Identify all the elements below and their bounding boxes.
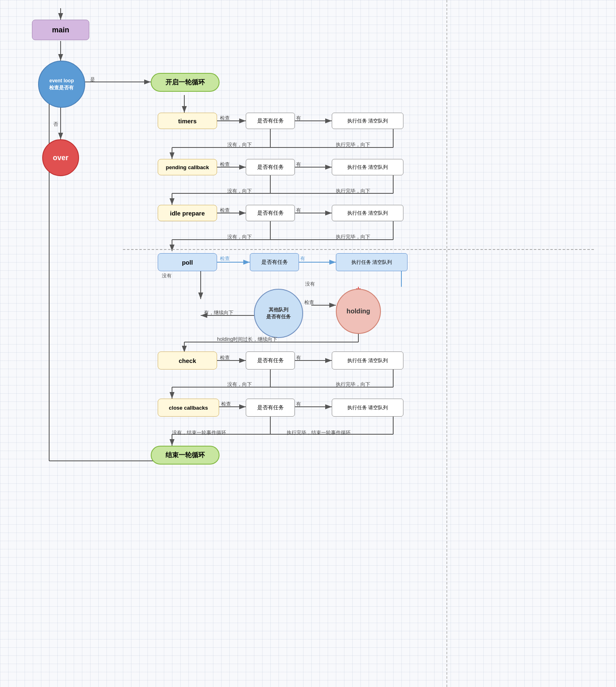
- timers-label: timers: [178, 118, 197, 125]
- timers-check-label: 检查: [220, 115, 230, 122]
- has-timers-label: 有: [296, 115, 301, 122]
- poll-node: poll: [158, 253, 217, 271]
- separator-line: [123, 249, 594, 250]
- poll-label: poll: [182, 259, 193, 266]
- idle-prepare-label: idle prepare: [170, 210, 205, 217]
- has-pending-label: 有: [296, 161, 301, 168]
- exec-timers-label: 执行任务 清空队列: [347, 118, 388, 125]
- exec-pending-label: 执行任务 清空队列: [347, 164, 388, 171]
- exec-done-down-4: 执行完毕，向下: [336, 381, 370, 388]
- no-task-down-1: 没有，向下: [227, 141, 252, 148]
- exec-close-node: 执行任务 请空队列: [332, 399, 403, 417]
- has-idle-label: 有: [296, 207, 301, 214]
- pending-check-label: 检查: [220, 161, 230, 168]
- other-check-label: 检查: [304, 299, 314, 306]
- check-check-label: 检查: [220, 354, 230, 361]
- check-idle-label: 是否有任务: [257, 209, 284, 217]
- no-end-label: 没有，结束一轮事件循环: [172, 429, 226, 436]
- right-dashed-line: [446, 0, 447, 687]
- end-loop-label: 结束一轮循环: [165, 451, 205, 460]
- check-close-node: 是否有任务: [246, 399, 295, 417]
- check-timers-label: 是否有任务: [257, 117, 284, 125]
- other-queues-label: 其他队列是否有任务: [266, 306, 291, 320]
- main-node: main: [32, 20, 89, 40]
- pending-callback-node: pending callback: [158, 159, 217, 175]
- has-check-label: 有: [296, 354, 301, 361]
- check-check-label: 是否有任务: [257, 357, 284, 364]
- other-queues-node: 其他队列是否有任务: [254, 289, 303, 338]
- close-callbacks-label: close callbacks: [169, 405, 208, 411]
- no-task-down-2: 没有，向下: [227, 188, 252, 195]
- exec-idle-label: 执行任务 清空队列: [347, 210, 388, 217]
- has-poll-label: 有: [300, 255, 305, 262]
- poll-check-label: 检查: [220, 255, 230, 262]
- close-check-label: 检查: [221, 401, 231, 408]
- check-poll-label: 是否有任务: [261, 258, 288, 266]
- timers-node: timers: [158, 113, 217, 129]
- check-node: check: [158, 351, 217, 370]
- check-timers-node: 是否有任务: [246, 113, 295, 129]
- yes-label: 是: [90, 76, 95, 83]
- exec-done-down-2: 执行完毕，向下: [336, 188, 370, 195]
- start-loop-node: 开启一轮循环: [151, 73, 220, 92]
- holding-label: holding: [346, 308, 370, 315]
- holding-node: holding: [336, 289, 381, 334]
- exec-check-node: 执行任务 清空队列: [332, 351, 403, 370]
- has-close-label: 有: [296, 401, 301, 408]
- no-label: 否: [53, 121, 58, 128]
- exec-close-label: 执行任务 请空队列: [347, 404, 388, 411]
- exec-done-down-3: 执行完毕，向下: [336, 234, 370, 240]
- idle-prepare-node: idle prepare: [158, 205, 217, 221]
- event-loop-label: event loop检查是否有: [49, 77, 74, 91]
- event-loop-node: event loop检查是否有: [38, 61, 85, 108]
- exec-done-down-1: 执行完毕，向下: [336, 141, 370, 148]
- exec-pending-node: 执行任务 清空队列: [332, 159, 403, 175]
- check-pending-label: 是否有任务: [257, 163, 284, 171]
- check-close-label: 是否有任务: [257, 404, 284, 411]
- holding-timeout-label: holding时间过长，继续向下: [217, 336, 277, 343]
- close-callbacks-node: close callbacks: [158, 399, 219, 417]
- poll-no-task-label: 没有: [305, 281, 315, 288]
- arrows-svg: [0, 0, 616, 687]
- check-idle-node: 是否有任务: [246, 205, 295, 221]
- exec-timers-node: 执行任务 清空队列: [332, 113, 403, 129]
- exec-poll-node: 执行任务 清空队列: [336, 253, 408, 271]
- exec-end-label: 执行完毕，结束一轮事件循环: [287, 429, 351, 436]
- over-node: over: [42, 139, 79, 176]
- exec-poll-label: 执行任务 清空队列: [351, 259, 392, 266]
- has-continue-label: 有，继续向下: [204, 309, 233, 316]
- check-pending-node: 是否有任务: [246, 159, 295, 175]
- exec-idle-node: 执行任务 清空队列: [332, 205, 403, 221]
- check-poll-node: 是否有任务: [250, 253, 299, 271]
- main-label: main: [52, 26, 69, 34]
- start-loop-label: 开启一轮循环: [165, 78, 205, 87]
- check-label: check: [179, 357, 196, 364]
- no-task-down-4: 没有，向下: [227, 381, 252, 388]
- no-poll-label: 没有: [162, 272, 172, 279]
- pending-callback-label: pending callback: [166, 164, 209, 170]
- idle-check-label: 检查: [220, 207, 230, 214]
- exec-check-label: 执行任务 清空队列: [347, 357, 388, 364]
- check-check-node: 是否有任务: [246, 351, 295, 370]
- no-task-down-3: 没有，向下: [227, 234, 252, 240]
- diagram-container: main event loop检查是否有 over 是 否 开启一轮循环 tim…: [0, 0, 616, 687]
- over-label: over: [53, 154, 68, 162]
- end-loop-node: 结束一轮循环: [151, 446, 220, 465]
